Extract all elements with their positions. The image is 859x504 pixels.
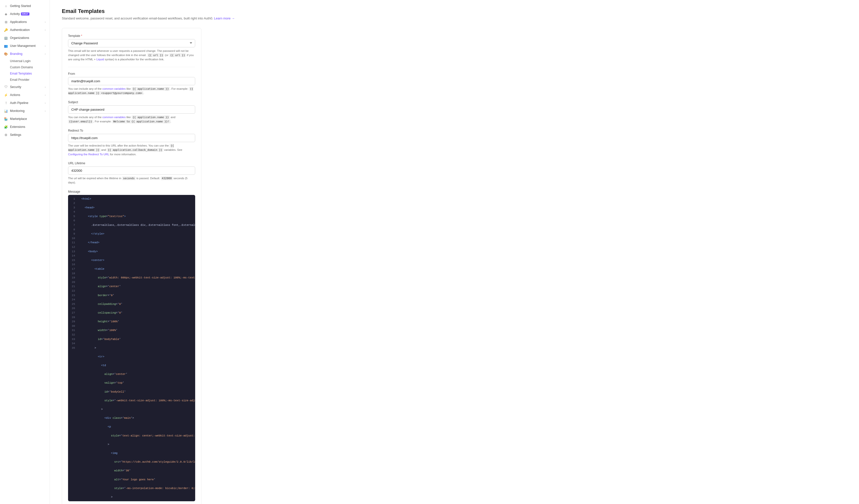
sidebar-item-label: Extensions bbox=[10, 125, 25, 128]
divider-1 bbox=[68, 67, 195, 67]
branding-submenu: Universal Login Custom Domains Email Tem… bbox=[0, 58, 50, 83]
zap-icon: ⚡ bbox=[4, 93, 8, 97]
sidebar-item-label: Authentication bbox=[10, 28, 30, 32]
sidebar-item-label: Auth Pipeline bbox=[10, 101, 28, 105]
from-label: From bbox=[68, 72, 195, 76]
users-icon: 👥 bbox=[4, 44, 8, 48]
activity-icon: ◈ bbox=[4, 12, 8, 16]
gear-icon: ⚙ bbox=[4, 133, 8, 137]
sidebar-item-email-provider[interactable]: Email Provider bbox=[10, 77, 49, 83]
redirect-label: Redirect To bbox=[68, 129, 195, 132]
sidebar-item-extensions[interactable]: 🧩 Extensions bbox=[1, 123, 49, 131]
code-seconds-1: seconds bbox=[122, 177, 136, 180]
subject-hint: You can include any of the common variab… bbox=[68, 115, 195, 124]
url-lifetime-hint: The url will be expired when the lifetim… bbox=[68, 176, 195, 185]
shield-icon: 🛡 bbox=[4, 85, 8, 89]
line-numbers: 1234567891011121314151617181920212223242… bbox=[68, 195, 77, 502]
code-callback-domain: {{ application.callback_domain }} bbox=[107, 148, 163, 152]
redirect-url-link[interactable]: Configuring the Redirect To URL bbox=[68, 153, 109, 156]
sidebar-item-label: Applications bbox=[10, 20, 27, 24]
redirect-hint: The user will be redirected to this URL … bbox=[68, 143, 195, 156]
url-lifetime-label: URL Lifetime bbox=[68, 162, 195, 165]
chevron-right-icon: › bbox=[45, 45, 46, 47]
template-select[interactable]: Change Password Welcome Email Verificati… bbox=[68, 39, 195, 47]
sidebar-item-marketplace[interactable]: 🏪 Marketplace bbox=[1, 115, 49, 123]
code-app-name-3: {{ application.name }} bbox=[132, 116, 170, 119]
sidebar-item-universal-login[interactable]: Universal Login bbox=[10, 58, 49, 64]
from-input[interactable] bbox=[68, 77, 195, 85]
sidebar-item-label: Security bbox=[10, 85, 21, 89]
code-welcome: Welcome to {{ application.name }}! bbox=[112, 120, 170, 123]
message-label: Message bbox=[68, 190, 195, 194]
palette-icon: 🎨 bbox=[4, 52, 8, 56]
code-hint-url1: {{ url }} bbox=[147, 54, 164, 57]
sidebar-item-email-templates[interactable]: Email Templates bbox=[10, 71, 49, 77]
chevron-right-icon: › bbox=[45, 29, 46, 31]
sidebar: ⌂ Getting Started ◈ Activity FIRST ⊞ App… bbox=[0, 0, 50, 504]
sidebar-item-settings[interactable]: ⚙ Settings bbox=[1, 131, 49, 139]
chevron-right-icon: › bbox=[45, 21, 46, 24]
sidebar-item-monitoring[interactable]: 📊 Monitoring › bbox=[1, 107, 49, 114]
code-content: <html> <head> <style type="text/css"> .E… bbox=[77, 195, 195, 502]
building-icon: 🏢 bbox=[4, 36, 8, 40]
learn-more-link[interactable]: Learn more → bbox=[214, 16, 235, 20]
subject-group: Subject You can include any of the commo… bbox=[68, 101, 195, 124]
filter-icon: ⊺ bbox=[4, 101, 8, 105]
sidebar-item-label: Branding bbox=[10, 52, 22, 56]
bar-chart-icon: 📊 bbox=[4, 109, 8, 113]
puzzle-icon: 🧩 bbox=[4, 125, 8, 129]
sidebar-item-actions[interactable]: ⚡ Actions › bbox=[1, 91, 49, 99]
url-lifetime-group: URL Lifetime The url will be expired whe… bbox=[68, 162, 195, 185]
chevron-right-icon: › bbox=[45, 110, 46, 112]
sidebar-item-label: Organizations bbox=[10, 36, 29, 40]
sidebar-item-getting-started[interactable]: ⌂ Getting Started bbox=[1, 2, 49, 10]
email-template-form: Template * Change Password Welcome Email… bbox=[62, 28, 201, 504]
page-title: Email Templates bbox=[62, 8, 847, 14]
code-default-seconds: 432000 bbox=[161, 177, 173, 180]
sidebar-item-user-management[interactable]: 👥 User Management › bbox=[1, 42, 49, 50]
main-content: Email Templates Standard welcome, passwo… bbox=[50, 0, 859, 504]
sidebar-item-applications[interactable]: ⊞ Applications › bbox=[1, 18, 49, 26]
sidebar-item-label: Activity bbox=[10, 12, 20, 16]
sidebar-item-activity[interactable]: ◈ Activity FIRST bbox=[1, 10, 49, 18]
sidebar-item-branding[interactable]: 🎨 Branding ‹ bbox=[1, 50, 49, 58]
sidebar-item-label: Marketplace bbox=[10, 117, 27, 121]
redirect-input[interactable] bbox=[68, 134, 195, 142]
from-group: From You can include any of the common v… bbox=[68, 72, 195, 95]
code-app-name-1: {{ application.name }} bbox=[132, 87, 170, 91]
store-icon: 🏪 bbox=[4, 117, 8, 121]
chevron-right-icon: › bbox=[45, 102, 46, 104]
code-editor[interactable]: 1234567891011121314151617181920212223242… bbox=[68, 195, 195, 502]
subject-input[interactable] bbox=[68, 105, 195, 114]
home-icon: ⌂ bbox=[4, 4, 8, 8]
sidebar-item-label: Settings bbox=[10, 133, 21, 137]
sidebar-item-label: Actions bbox=[10, 93, 20, 97]
grid-icon: ⊞ bbox=[4, 20, 8, 24]
activity-badge: FIRST bbox=[21, 13, 29, 15]
sidebar-item-auth-pipeline[interactable]: ⊺ Auth Pipeline › bbox=[1, 99, 49, 107]
common-variables-link-from[interactable]: common variables bbox=[103, 87, 126, 90]
page-subtitle: Standard welcome, password reset, and ac… bbox=[62, 16, 847, 21]
template-group: Template * Change Password Welcome Email… bbox=[68, 34, 195, 62]
key-icon: 🔑 bbox=[4, 28, 8, 32]
sidebar-item-security[interactable]: 🛡 Security › bbox=[1, 83, 49, 91]
message-group: Message 12345678910111213141516171819202… bbox=[68, 190, 195, 504]
subject-label: Subject bbox=[68, 101, 195, 104]
redirect-group: Redirect To The user will be redirected … bbox=[68, 129, 195, 156]
common-variables-link-subject[interactable]: common variables bbox=[103, 116, 126, 119]
chevron-right-icon: › bbox=[45, 86, 46, 89]
sidebar-item-custom-domains[interactable]: Custom Domains bbox=[10, 64, 49, 70]
sidebar-item-label: Monitoring bbox=[10, 109, 25, 113]
sidebar-item-organizations[interactable]: 🏢 Organizations bbox=[1, 34, 49, 42]
liquid-link[interactable]: Liquid bbox=[96, 58, 104, 61]
template-label: Template * bbox=[68, 34, 195, 37]
sidebar-item-authentication[interactable]: 🔑 Authentication › bbox=[1, 26, 49, 34]
code-hint-url2: {{ url }} bbox=[169, 54, 186, 57]
sidebar-item-label: User Management bbox=[10, 44, 36, 48]
chevron-right-icon: › bbox=[45, 94, 46, 96]
url-lifetime-input[interactable] bbox=[68, 167, 195, 175]
from-hint: You can include any of the common variab… bbox=[68, 87, 195, 95]
chevron-down-icon: ‹ bbox=[45, 52, 46, 55]
code-editor-content: 1234567891011121314151617181920212223242… bbox=[68, 195, 195, 502]
required-marker: * bbox=[81, 34, 82, 37]
